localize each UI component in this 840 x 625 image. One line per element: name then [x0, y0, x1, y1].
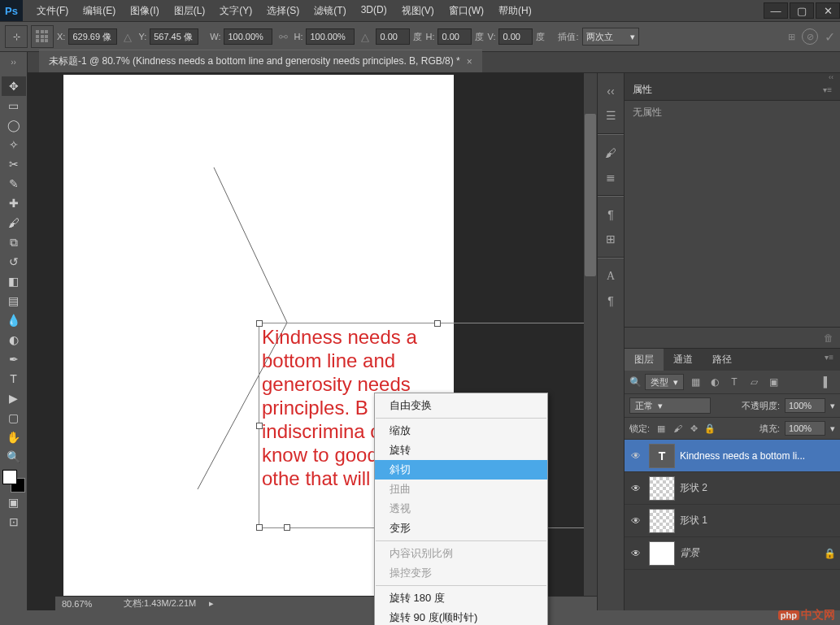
- glyphs-panel-icon[interactable]: ¶: [601, 293, 620, 309]
- blend-mode-dropdown[interactable]: 正常▾: [629, 397, 711, 414]
- character-panel-icon[interactable]: ¶: [601, 206, 620, 223]
- menu-view[interactable]: 视图(V): [394, 0, 442, 22]
- transform-handle-bc[interactable]: [284, 524, 290, 531]
- w-input[interactable]: [224, 28, 272, 45]
- layer-name[interactable]: 形状 2: [680, 481, 837, 495]
- visibility-toggle-icon[interactable]: 👁: [628, 548, 644, 559]
- maximize-button[interactable]: ▢: [790, 2, 814, 19]
- ctx-rotate-180[interactable]: 旋转 180 度: [375, 588, 547, 608]
- brush-tool[interactable]: 🖌: [2, 213, 26, 232]
- hskew-input[interactable]: [437, 28, 472, 45]
- layer-row-background[interactable]: 👁 背景 🔒: [625, 537, 840, 570]
- layer-row-shape2[interactable]: 👁 形状 2: [625, 472, 840, 505]
- layer-name[interactable]: 形状 1: [680, 514, 837, 527]
- blur-tool[interactable]: 💧: [2, 310, 26, 330]
- ctx-scale[interactable]: 缩放: [375, 421, 547, 441]
- filter-adjust-icon[interactable]: ◐: [707, 375, 723, 389]
- lock-transparent-icon[interactable]: ▦: [655, 422, 668, 435]
- warp-mode-icon[interactable]: ⊞: [788, 32, 795, 42]
- marquee-tool[interactable]: ▭: [2, 96, 26, 115]
- char-panel-a-icon[interactable]: A: [601, 268, 620, 284]
- ctx-warp[interactable]: 变形: [375, 519, 547, 538]
- tab-layers[interactable]: 图层: [625, 349, 664, 371]
- ctx-rotate[interactable]: 旋转: [375, 441, 547, 460]
- panel-menu-icon[interactable]: ▾≡: [823, 85, 832, 94]
- layers-panel-menu-icon[interactable]: ▾≡: [818, 349, 840, 371]
- swatches-panel-icon[interactable]: ≣: [601, 169, 620, 185]
- zoom-level[interactable]: 80.67%: [62, 599, 111, 609]
- transform-handle-bl[interactable]: [256, 524, 263, 531]
- ctx-free-transform[interactable]: 自由变换: [375, 396, 547, 415]
- layer-name[interactable]: Kindness needs a bottom li...: [680, 450, 837, 462]
- transform-tool-icon[interactable]: ⊹: [5, 25, 28, 48]
- link-wh-icon[interactable]: ⚯: [276, 31, 290, 43]
- tab-paths[interactable]: 路径: [703, 349, 742, 371]
- trash-icon[interactable]: 🗑: [824, 332, 833, 344]
- eyedropper-tool[interactable]: ✎: [2, 174, 26, 193]
- transform-handle-tl[interactable]: [256, 320, 263, 327]
- quick-mask-toggle[interactable]: ▣: [2, 493, 26, 512]
- toolbox-expand-icon[interactable]: ››: [0, 52, 28, 73]
- menu-help[interactable]: 帮助(H): [491, 0, 539, 22]
- filter-toggle-icon[interactable]: ▌: [819, 375, 835, 389]
- close-button[interactable]: ✕: [816, 2, 840, 19]
- gradient-tool[interactable]: ▤: [2, 291, 26, 310]
- zoom-tool[interactable]: 🔍: [2, 447, 26, 467]
- filter-smart-icon[interactable]: ▣: [765, 375, 781, 389]
- commit-transform-button[interactable]: ✓: [825, 29, 835, 45]
- crop-tool[interactable]: ✂: [2, 154, 26, 174]
- menu-layer[interactable]: 图层(L): [167, 0, 213, 22]
- collapse-arrow-icon[interactable]: ‹‹: [601, 83, 620, 99]
- cancel-transform-button[interactable]: ⊘: [802, 28, 818, 45]
- type-tool[interactable]: T: [2, 369, 26, 388]
- eraser-tool[interactable]: ◧: [2, 271, 26, 291]
- visibility-toggle-icon[interactable]: 👁: [628, 515, 644, 527]
- healing-brush-tool[interactable]: ✚: [2, 193, 26, 213]
- x-input[interactable]: [68, 28, 117, 45]
- transform-handle-tc[interactable]: [434, 320, 441, 327]
- minimize-button[interactable]: —: [764, 2, 788, 19]
- vertical-scrollbar[interactable]: [584, 73, 597, 610]
- color-swatches[interactable]: [2, 470, 25, 493]
- hand-tool[interactable]: ✋: [2, 428, 26, 447]
- swap-xy-icon[interactable]: △: [120, 31, 135, 43]
- ctx-rotate-90-cw[interactable]: 旋转 90 度(顺时针): [375, 608, 547, 625]
- reference-point-grid[interactable]: [31, 25, 54, 48]
- menu-select[interactable]: 选择(S): [259, 0, 307, 22]
- screen-mode-toggle[interactable]: ⊡: [2, 512, 26, 532]
- lock-position-icon[interactable]: ✥: [687, 422, 700, 435]
- tab-channels[interactable]: 通道: [664, 349, 703, 371]
- visibility-toggle-icon[interactable]: 👁: [628, 450, 644, 462]
- shape-tool[interactable]: ▢: [2, 408, 26, 428]
- clone-stamp-tool[interactable]: ⧉: [2, 232, 26, 252]
- filter-kind-icon[interactable]: 🔍: [629, 376, 642, 388]
- status-menu-icon[interactable]: ▸: [209, 598, 214, 609]
- menu-type[interactable]: 文字(Y): [212, 0, 259, 22]
- dodge-tool[interactable]: ◐: [2, 330, 26, 349]
- menu-edit[interactable]: 编辑(E): [76, 0, 123, 22]
- color-panel-icon[interactable]: 🖌: [601, 145, 620, 161]
- layer-row-text[interactable]: 👁 T Kindness needs a bottom li...: [625, 440, 840, 472]
- filter-type-icon[interactable]: T: [726, 375, 742, 389]
- angle-input[interactable]: [376, 28, 410, 45]
- lock-pixels-icon[interactable]: 🖌: [671, 422, 684, 435]
- history-panel-icon[interactable]: ☰: [601, 107, 620, 124]
- fill-input[interactable]: [785, 421, 825, 436]
- document-tab[interactable]: 未标题-1 @ 80.7% (Kindness needs a bottom l…: [39, 50, 482, 72]
- path-selection-tool[interactable]: ▶: [2, 388, 26, 408]
- history-brush-tool[interactable]: ↺: [2, 252, 26, 271]
- h-input[interactable]: [306, 28, 355, 45]
- interp-dropdown[interactable]: 两次立▾: [582, 28, 639, 46]
- menu-image[interactable]: 图像(I): [123, 0, 166, 22]
- move-tool[interactable]: ✥: [2, 76, 26, 96]
- properties-panel-tab[interactable]: 属性 ▾≡: [625, 80, 840, 101]
- magic-wand-tool[interactable]: ✧: [2, 135, 26, 154]
- opacity-input[interactable]: [785, 398, 825, 413]
- menu-filter[interactable]: 滤镜(T): [307, 0, 353, 22]
- lock-all-icon[interactable]: 🔒: [703, 422, 716, 435]
- lasso-tool[interactable]: ◯: [2, 115, 26, 135]
- vertical-scrollbar-thumb[interactable]: [585, 114, 596, 276]
- filter-pixel-icon[interactable]: ▦: [687, 375, 703, 389]
- ctx-skew[interactable]: 斜切: [375, 460, 547, 480]
- menu-file[interactable]: 文件(F): [29, 0, 76, 22]
